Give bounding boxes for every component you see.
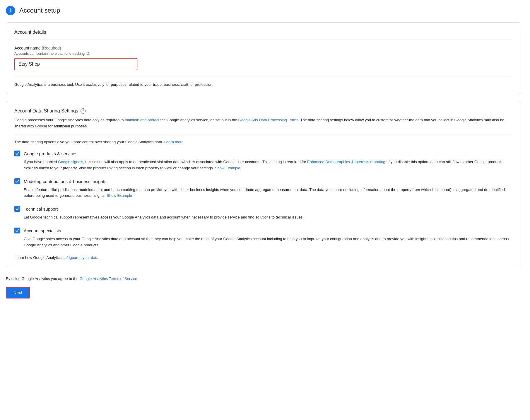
google-products-desc: If you have enabled Google signals, this… — [24, 159, 513, 171]
account-name-input[interactable] — [14, 58, 137, 70]
google-ads-terms-link[interactable]: Google Ads Data Processing Terms — [238, 118, 298, 122]
checkbox-row-technical-support: Technical support — [14, 206, 513, 212]
business-note: Google Analytics is a business tool. Use… — [14, 76, 513, 87]
checkbox-item-account-specialists: Account specialists Give Google sales ac… — [14, 228, 513, 248]
page-title: Account setup — [19, 7, 60, 14]
google-signals-link[interactable]: Google signals — [58, 160, 83, 164]
checkbox-item-google-products: Google products & services If you have e… — [14, 151, 513, 171]
safeguards-link[interactable]: safeguards your data — [63, 255, 98, 260]
checkbox-account-specialists[interactable] — [14, 228, 20, 233]
technical-support-label: Technical support — [24, 206, 58, 212]
field-hint: Accounts can contain more than one track… — [14, 52, 513, 56]
account-details-title: Account details — [14, 30, 513, 40]
page-header: 1 Account setup — [6, 6, 521, 15]
divider — [14, 134, 513, 134]
checkbox-row-modeling: Modeling contributions & business insigh… — [14, 178, 513, 185]
terms-of-service-link[interactable]: Google Analytics Terms of Service. — [80, 276, 139, 281]
sharing-note: The data sharing options give you more c… — [14, 139, 513, 145]
enhanced-demographics-link[interactable]: Enhanced Demographics & Interests report… — [307, 160, 385, 164]
account-name-label: Account name (Required) — [14, 46, 513, 50]
checkbox-modeling[interactable] — [14, 178, 20, 184]
intro-text: Google processes your Google Analytics d… — [14, 117, 513, 129]
account-specialists-label: Account specialists — [24, 228, 61, 234]
next-button[interactable]: Next — [6, 287, 30, 298]
checkbox-item-technical-support: Technical support Let Google technical s… — [14, 206, 513, 221]
google-products-label: Google products & services — [24, 151, 77, 157]
learn-more-link[interactable]: Learn more — [164, 140, 184, 144]
checkbox-row-account-specialists: Account specialists — [14, 228, 513, 234]
data-sharing-title: Account Data Sharing Settings — [14, 108, 78, 114]
technical-support-desc: Let Google technical support representat… — [24, 214, 513, 221]
data-sharing-card: Account Data Sharing Settings ? Google p… — [6, 101, 521, 267]
account-details-card: Account details Account name (Required) … — [6, 22, 521, 94]
modeling-label: Modeling contributions & business insigh… — [24, 178, 107, 185]
section-title-row: Account Data Sharing Settings ? — [14, 108, 513, 114]
modeling-desc: Enable features like predictions, modele… — [24, 187, 513, 199]
required-label: (Required) — [42, 46, 61, 50]
footer-area: By using Google Analytics you agree to t… — [6, 274, 521, 298]
safeguard-text: Learn how Google Analytics safeguards yo… — [14, 255, 513, 260]
checkbox-row-google-products: Google products & services — [14, 151, 513, 157]
show-example-link-2[interactable]: Show Example — [107, 193, 132, 198]
terms-text: By using Google Analytics you agree to t… — [6, 276, 521, 281]
show-example-link-1[interactable]: Show Example — [215, 166, 240, 170]
step-circle: 1 — [6, 6, 15, 15]
checkbox-technical-support[interactable] — [14, 206, 20, 212]
checkbox-item-modeling: Modeling contributions & business insigh… — [14, 178, 513, 199]
account-specialists-desc: Give Google sales access to your Google … — [24, 236, 513, 248]
maintain-protect-link[interactable]: maintain and protect — [125, 118, 159, 122]
help-icon[interactable]: ? — [81, 108, 86, 114]
checkbox-google-products[interactable] — [14, 151, 20, 156]
